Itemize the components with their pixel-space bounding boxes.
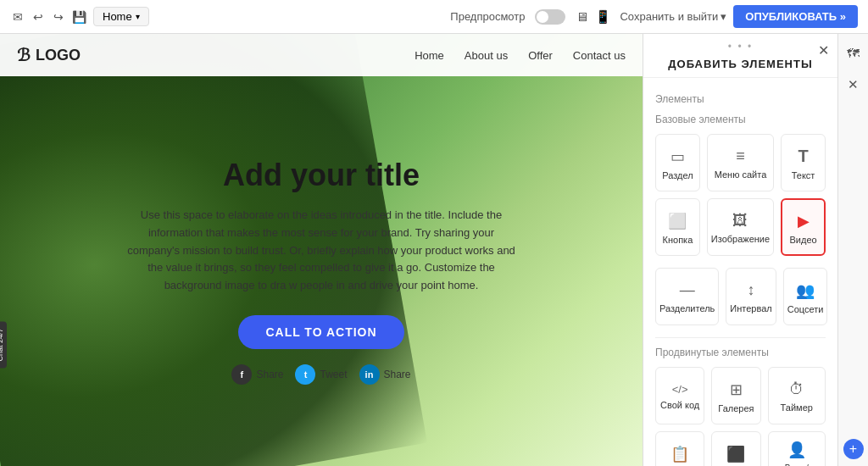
twitter-icon: t — [295, 364, 315, 385]
element-menu-label: Меню сайта — [715, 169, 767, 180]
element-divider[interactable]: — Разделитель — [655, 268, 719, 325]
panel-body: Элементы Базовые элементы ▭ Раздел ≡ Мен… — [643, 78, 837, 466]
element-button-label: Кнопка — [663, 235, 693, 245]
menu-icon: ≡ — [736, 147, 745, 165]
logo-text: LOGO — [36, 47, 81, 64]
twitter-label: Tweet — [320, 369, 347, 380]
email-icon[interactable]: ✉ — [10, 9, 25, 25]
text-icon: T — [798, 147, 808, 166]
social-icon-el: 👥 — [796, 281, 815, 300]
linkedin-share[interactable]: in Share — [359, 364, 411, 385]
element-spacer-label: Интервал — [730, 303, 771, 313]
code-icon: </> — [672, 383, 688, 396]
facebook-label: Share — [256, 369, 283, 380]
gallery-icon: ⊞ — [730, 380, 743, 399]
canvas: ℬ LOGO Home About us Offer Contact us Ad… — [0, 34, 643, 466]
panel-close-button[interactable]: ✕ — [818, 42, 829, 58]
preview-toggle[interactable] — [535, 9, 565, 25]
desktop-icon[interactable]: 🖥 — [576, 9, 588, 24]
basic-elements-grid: ▭ Раздел ≡ Меню сайта T Текст ⬜ Кнопка 🖼 — [655, 134, 826, 256]
element-video[interactable]: ▶ Видео — [781, 198, 826, 256]
topbar: ✉ ↩ ↪ 💾 Home ▾ Предпросмотр 🖥 📱 Сохранит… — [0, 0, 868, 34]
redo-icon[interactable]: ↪ — [51, 9, 66, 25]
element-code-label: Свой код — [660, 400, 699, 410]
element-menu[interactable]: ≡ Меню сайта — [707, 134, 774, 191]
home-label: Home — [103, 10, 132, 23]
form-icon: 📋 — [670, 445, 689, 463]
element-gallery[interactable]: ⊞ Галерея — [711, 367, 760, 424]
close-panel-icon[interactable]: ✕ — [842, 73, 865, 97]
nav-contact[interactable]: Contact us — [573, 49, 626, 62]
element-section[interactable]: ▭ Раздел — [655, 134, 700, 191]
cta-button[interactable]: CALL TO ACTION — [238, 315, 403, 349]
topbar-center: Предпросмотр 🖥 📱 — [450, 9, 611, 25]
twitter-share[interactable]: t Tweet — [295, 364, 347, 385]
element-social-label: Соцсети — [787, 304, 824, 314]
divider-icon: — — [680, 281, 695, 299]
element-gallery-label: Галерея — [718, 403, 754, 413]
element-section-label: Раздел — [662, 170, 693, 180]
element-video-label: Видео — [790, 235, 817, 245]
section-icon: ▭ — [670, 147, 685, 166]
site-logo[interactable]: ℬ LOGO — [17, 45, 81, 65]
element-form[interactable]: 📋 Форма — [655, 431, 704, 466]
preview-label: Предпросмотр — [450, 10, 525, 23]
topbar-right: Сохранить и выйти ▾ ОПУБЛИКОВАТЬ » — [620, 5, 858, 28]
page-title: Add your title — [223, 158, 420, 193]
element-social[interactable]: 👥 Соцсети — [783, 268, 828, 325]
topbar-nav-icons: ✉ ↩ ↪ 💾 — [10, 9, 86, 25]
element-text[interactable]: T Текст — [781, 134, 826, 191]
toggle-knob — [537, 11, 548, 23]
right-sidebar: 🗺 ✕ + — [837, 34, 868, 466]
window-icon: ⬛ — [726, 445, 745, 463]
element-image[interactable]: 🖼 Изображение — [707, 198, 774, 256]
element-text-label: Текст — [792, 170, 815, 180]
hero-content: Add your title Use this space to elabora… — [0, 76, 643, 466]
section-divider — [655, 337, 826, 338]
basic-elements-label: Базовые элементы — [655, 114, 826, 125]
nav-home[interactable]: Home — [415, 49, 444, 62]
element-window[interactable]: ⬛ Окно — [711, 431, 760, 466]
advanced-elements-grid: </> Свой код ⊞ Галерея ⏱ Таймер 📋 Форма … — [655, 367, 826, 466]
element-button[interactable]: ⬜ Кнопка — [655, 198, 700, 256]
publish-button[interactable]: ОПУБЛИКОВАТЬ » — [733, 5, 858, 28]
live-chat-tab[interactable]: Chat 24/7 — [0, 321, 7, 368]
add-element-icon[interactable]: + — [843, 439, 864, 459]
panel-drag-handle[interactable]: • • • — [728, 41, 753, 53]
elements-section-label: Элементы — [655, 93, 826, 105]
main-area: ℬ LOGO Home About us Offer Contact us Ad… — [0, 34, 868, 466]
mobile-icon[interactable]: 📱 — [595, 9, 611, 25]
basic-elements-grid-2: — Разделитель ↕ Интервал 👥 Соцсети — [655, 268, 826, 325]
nav-offer[interactable]: Offer — [528, 49, 553, 62]
topbar-left: ✉ ↩ ↪ 💾 Home ▾ — [10, 7, 442, 26]
home-dropdown[interactable]: Home ▾ — [93, 7, 149, 26]
logo-icon: ℬ — [17, 45, 31, 65]
timer-icon: ⏱ — [789, 380, 804, 398]
nav-about[interactable]: About us — [465, 49, 508, 62]
panel-header: • • • ДОБАВИТЬ ЭЛЕМЕНТЫ ✕ — [643, 34, 837, 78]
spacer-icon: ↕ — [748, 281, 755, 299]
facebook-icon: f — [231, 364, 252, 385]
social-bar: f Share t Tweet in Share — [231, 364, 410, 385]
save-exit-button[interactable]: Сохранить и выйти ▾ — [620, 10, 726, 23]
home-chevron-icon: ▾ — [136, 12, 140, 21]
button-icon: ⬜ — [668, 212, 687, 230]
nav-links: Home About us Offer Contact us — [415, 49, 626, 62]
sitemap-icon[interactable]: 🗺 — [842, 41, 865, 64]
element-timer[interactable]: ⏱ Таймер — [768, 367, 826, 424]
element-image-label: Изображение — [711, 234, 770, 244]
page-description: Use this space to elaborate on the ideas… — [126, 207, 516, 295]
linkedin-icon: in — [359, 364, 380, 385]
element-code[interactable]: </> Свой код — [655, 367, 704, 424]
device-icons: 🖥 📱 — [576, 9, 611, 25]
element-timer-label: Таймер — [781, 402, 813, 413]
linkedin-label: Share — [384, 369, 411, 380]
element-divider-label: Разделитель — [659, 303, 715, 313]
save-icon[interactable]: 💾 — [71, 9, 86, 25]
element-spacer[interactable]: ↕ Интервал — [726, 268, 776, 325]
facebook-share[interactable]: f Share — [231, 364, 283, 385]
element-login[interactable]: 👤 Вход / Регистрация — [768, 431, 826, 466]
panel-title: ДОБАВИТЬ ЭЛЕМЕНТЫ — [668, 58, 812, 70]
undo-icon[interactable]: ↩ — [31, 9, 46, 25]
add-elements-panel: • • • ДОБАВИТЬ ЭЛЕМЕНТЫ ✕ Элементы Базов… — [643, 34, 837, 466]
